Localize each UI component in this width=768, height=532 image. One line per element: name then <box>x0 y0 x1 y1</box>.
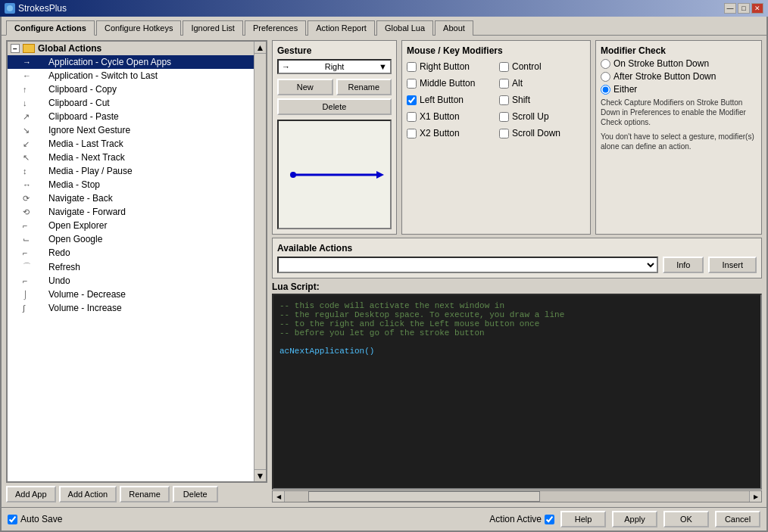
tab-ignored-list[interactable]: Ignored List <box>183 20 242 36</box>
tab-global-lua[interactable]: Global Lua <box>376 20 433 36</box>
help-button[interactable]: Help <box>560 511 606 527</box>
gesture-dropdown[interactable]: → Right ▼ <box>277 59 392 74</box>
x1-button-checkbox[interactable] <box>407 112 417 122</box>
scroll-up-checkbox[interactable] <box>499 112 509 122</box>
action-active-label: Action Active <box>489 514 542 524</box>
bottom-bar: Auto Save Action Active Help Apply OK Ca… <box>2 507 766 530</box>
tree-item[interactable]: ↙Media - Last Track <box>8 137 254 151</box>
either-radio[interactable] <box>601 85 610 95</box>
svg-point-3 <box>290 172 296 178</box>
add-app-button[interactable]: Add App <box>6 486 56 502</box>
right-button-label: Right Button <box>420 61 470 72</box>
tree-item[interactable]: ⌒Refresh <box>8 260 254 274</box>
tab-preferences[interactable]: Preferences <box>245 20 306 36</box>
maximize-button[interactable]: □ <box>738 3 750 14</box>
right-button-checkbox[interactable] <box>407 62 417 72</box>
tree-item[interactable]: ⌐Redo <box>8 246 254 260</box>
action-buttons: Add App Add Action Rename Delete <box>6 486 267 502</box>
scroll-down-label: Scroll Down <box>512 128 560 138</box>
scroll-left-button[interactable]: ◀ <box>273 491 285 502</box>
gesture-dropdown-icon: ▼ <box>379 62 387 71</box>
scroll-right-button[interactable]: ▶ <box>749 491 761 502</box>
x1-button-row: X1 Button <box>407 111 493 122</box>
control-checkbox[interactable] <box>499 62 509 72</box>
x2-button-checkbox[interactable] <box>407 129 417 138</box>
alt-row: Alt <box>499 78 585 89</box>
close-button[interactable]: ✕ <box>751 3 763 14</box>
ok-button[interactable]: OK <box>663 511 709 527</box>
tab-configure-hotkeys[interactable]: Configure Hotkeys <box>96 20 182 36</box>
delete-action-button[interactable]: Delete <box>173 486 218 502</box>
tree-item[interactable]: ←Application - Switch to Last <box>8 69 254 82</box>
tree-root[interactable]: − Global Actions <box>8 42 254 55</box>
tree-item[interactable]: ⌐Undo <box>8 274 254 288</box>
horizontal-scrollbar[interactable]: ◀ ▶ <box>272 490 762 502</box>
gesture-delete-button[interactable]: Delete <box>277 98 392 115</box>
rename-action-button[interactable]: Rename <box>120 486 170 502</box>
middle-button-checkbox[interactable] <box>407 79 417 89</box>
tree-expand-icon[interactable]: − <box>11 44 20 53</box>
on-stroke-radio[interactable] <box>601 59 610 69</box>
tree-item[interactable]: ⌐Open Explorer <box>8 219 254 232</box>
action-active-checkbox[interactable] <box>545 515 554 524</box>
auto-save-checkbox[interactable] <box>8 515 17 524</box>
left-panel: ▲ ▼ − Global Actions →Application - Cycl… <box>6 40 267 502</box>
tree-item[interactable]: ⟳Navigate - Back <box>8 191 254 205</box>
gesture-new-button[interactable]: New <box>277 79 333 95</box>
alt-checkbox[interactable] <box>499 79 509 89</box>
available-actions-label: Available Actions <box>277 243 757 254</box>
scroll-thumb[interactable] <box>308 491 541 502</box>
lua-line-3: -- to the right and click the Left mouse… <box>279 319 754 328</box>
apply-button[interactable]: Apply <box>612 511 657 527</box>
either-row: Either <box>601 84 757 95</box>
shift-row: Shift <box>499 95 585 105</box>
scroll-down-checkbox[interactable] <box>499 129 509 138</box>
shift-checkbox[interactable] <box>499 95 509 105</box>
tab-configure-actions[interactable]: Configure Actions <box>6 20 95 36</box>
actions-tree[interactable]: ▲ ▼ − Global Actions →Application - Cycl… <box>6 40 267 483</box>
left-button-checkbox[interactable] <box>407 95 417 105</box>
modifier-check-panel: Modifier Check On Stroke Button Down Aft… <box>595 40 762 235</box>
tree-item[interactable]: ↖Media - Next Track <box>8 151 254 164</box>
tree-item[interactable]: ↔Media - Stop <box>8 178 254 191</box>
tree-item[interactable]: ⌙Open Google <box>8 232 254 246</box>
tab-action-report[interactable]: Action Report <box>308 20 375 36</box>
info-button[interactable]: Info <box>663 257 704 273</box>
lua-script-panel: Lua Script: -- this code will activate t… <box>272 282 762 502</box>
scroll-up-label: Scroll Up <box>512 111 549 122</box>
mouse-key-label: Mouse / Key Modifiers <box>407 45 585 56</box>
tree-item[interactable]: →Application - Cycle Open Apps <box>8 55 254 69</box>
tree-item[interactable]: ↗Clipboard - Paste <box>8 110 254 123</box>
alt-label: Alt <box>512 78 523 89</box>
shift-label: Shift <box>512 95 530 105</box>
bottom-right-area: Action Active Help Apply OK Cancel <box>489 511 760 527</box>
tree-item[interactable]: ↑Clipboard - Copy <box>8 82 254 96</box>
scroll-up-row: Scroll Up <box>499 111 585 122</box>
tree-item[interactable]: ↕Media - Play / Pause <box>8 164 254 178</box>
title-bar-left: StrokesPlus <box>5 3 67 14</box>
after-stroke-radio[interactable] <box>601 72 610 82</box>
svg-point-0 <box>7 5 13 11</box>
lua-script-label: Lua Script: <box>272 282 762 292</box>
on-stroke-row: On Stroke Button Down <box>601 58 757 69</box>
lua-code-area[interactable]: -- this code will activate the next wind… <box>272 294 762 490</box>
tree-item[interactable]: ↓Clipboard - Cut <box>8 96 254 110</box>
cancel-button[interactable]: Cancel <box>715 511 760 527</box>
minimize-button[interactable]: — <box>724 3 736 14</box>
gesture-preview <box>277 120 392 229</box>
tree-item[interactable]: ↘Ignore Next Gesture <box>8 123 254 137</box>
modifier-check-label: Modifier Check <box>601 45 757 56</box>
insert-button[interactable]: Insert <box>708 257 757 273</box>
main-content: ▲ ▼ − Global Actions →Application - Cycl… <box>2 36 766 507</box>
main-window: Configure Actions Configure Hotkeys Igno… <box>0 17 768 532</box>
add-action-button[interactable]: Add Action <box>59 486 117 502</box>
action-dropdown[interactable] <box>277 257 658 273</box>
after-stroke-label: After Stroke Button Down <box>613 71 716 82</box>
tree-item[interactable]: ⟲Navigate - Forward <box>8 205 254 219</box>
tree-root-label: Global Actions <box>38 43 101 54</box>
tree-item[interactable]: ⌡Volume - Decrease <box>8 288 254 301</box>
tree-item[interactable]: ∫Volume - Increase <box>8 301 254 315</box>
gesture-panel: Gesture → Right ▼ New Rename Delete <box>272 40 397 235</box>
gesture-rename-button[interactable]: Rename <box>336 79 392 95</box>
tab-about[interactable]: About <box>435 20 473 36</box>
